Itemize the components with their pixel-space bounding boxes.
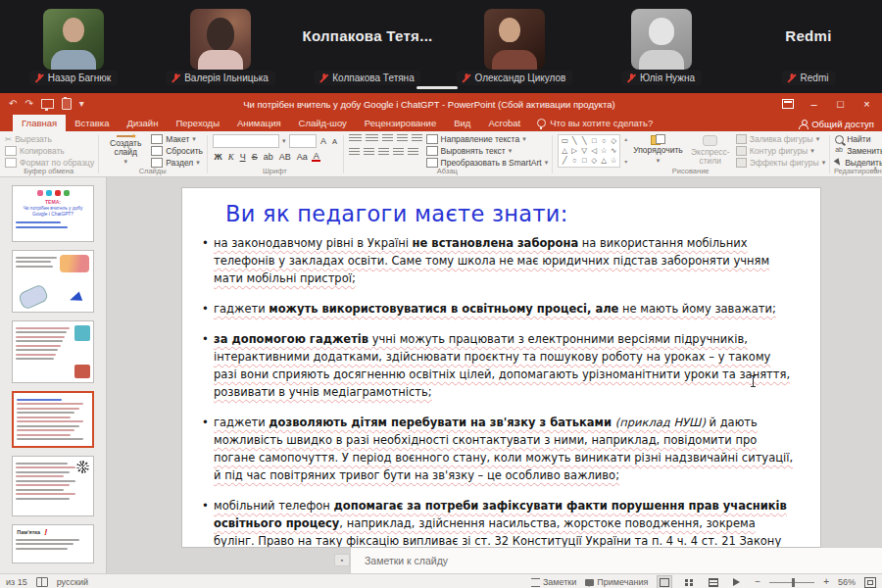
justify-button[interactable] xyxy=(393,148,404,157)
replace-button[interactable]: Заменить ▾ xyxy=(835,146,882,156)
tab-vstavka[interactable]: Вставка xyxy=(66,115,118,131)
bold-button[interactable]: Ж xyxy=(213,152,223,162)
shape-icon[interactable]: ○ xyxy=(599,136,609,146)
collapse-ribbon-icon[interactable]: ∧ xyxy=(872,165,878,173)
character-spacing-button[interactable]: АВ xyxy=(277,152,292,162)
start-slideshow-icon[interactable] xyxy=(41,99,54,109)
shape-icon[interactable]: ╲ xyxy=(569,136,579,146)
numbering-button[interactable] xyxy=(366,134,378,143)
fit-to-window-icon[interactable] xyxy=(864,577,876,588)
italic-button[interactable]: К xyxy=(226,152,235,162)
tab-slide-show[interactable]: Слайд-шоу xyxy=(290,115,356,131)
slide-title[interactable]: Ви як педагоги маєте знати: xyxy=(225,201,820,226)
share-button[interactable]: Общий доступ xyxy=(799,119,874,129)
participant-tile[interactable]: Олександр Цикулов xyxy=(441,0,588,93)
reset-button[interactable]: Сбросить xyxy=(151,146,203,156)
text-direction-button[interactable]: Направление текста ▾ xyxy=(426,134,549,144)
grow-font-button[interactable]: А xyxy=(319,136,328,146)
zoom-in-button[interactable]: + xyxy=(823,577,829,587)
shape-icon[interactable]: ╲ xyxy=(579,136,589,146)
slide-thumbnail-title[interactable]: ТЕМА:Чи потрібен вчитель у добу Google і… xyxy=(12,185,94,242)
shape-icon[interactable]: ▷ xyxy=(569,146,579,156)
shape-icon[interactable]: ☆ xyxy=(609,156,618,166)
align-right-button[interactable] xyxy=(378,148,389,157)
comments-toggle-button[interactable]: Примечания xyxy=(585,577,648,587)
shape-icon[interactable]: ☆ xyxy=(599,146,609,156)
tab-perekhody[interactable]: Переходы xyxy=(167,115,228,131)
tab-acrobat[interactable]: Acrobat xyxy=(479,115,529,131)
redo-icon[interactable]: ↷ xyxy=(24,99,32,109)
slide-thumbnail-illustration[interactable] xyxy=(12,250,94,313)
new-slide-button[interactable]: Создать слайд ▾ xyxy=(104,134,147,166)
layout-button[interactable]: Макет ▾ xyxy=(151,134,203,144)
minimize-button[interactable]: – xyxy=(801,93,827,115)
zoom-slider[interactable] xyxy=(769,582,814,583)
align-text-button[interactable]: Выровнять текст ▾ xyxy=(426,146,549,156)
shape-icon[interactable]: △ xyxy=(599,156,609,166)
slide-thumbnail-memo[interactable]: Пам'ятка! xyxy=(12,524,94,564)
font-color-button[interactable]: А xyxy=(312,152,320,162)
slideshow-view-button[interactable] xyxy=(730,575,746,588)
increase-indent-button[interactable] xyxy=(397,134,408,143)
bullets-button[interactable] xyxy=(349,134,362,143)
arrange-button[interactable]: Упорядочить ▾ xyxy=(631,134,685,166)
tab-retsenzirovanie[interactable]: Рецензирование xyxy=(356,115,445,131)
tab-vid[interactable]: Вид xyxy=(445,115,479,131)
slide[interactable]: Ви як педагоги маєте знати: на законодав… xyxy=(182,188,820,547)
font-name-combobox[interactable] xyxy=(213,134,279,148)
shape-icon[interactable]: ╱ xyxy=(560,156,569,166)
change-case-button[interactable]: Аа xyxy=(295,152,309,162)
close-button[interactable]: × xyxy=(854,93,880,115)
spellcheck-icon[interactable] xyxy=(36,577,48,587)
find-button[interactable]: Найти xyxy=(835,134,882,144)
language-indicator[interactable]: русский xyxy=(57,577,88,587)
shape-outline-button[interactable]: Контур фигуры ▾ xyxy=(736,146,825,156)
tab-animatsiya[interactable]: Анимация xyxy=(228,115,290,131)
cut-button[interactable]: ✂ Вырезать xyxy=(5,134,94,144)
quick-styles-button[interactable]: Экспресс-стили xyxy=(689,134,732,166)
line-spacing-button[interactable] xyxy=(412,134,422,143)
font-size-combobox[interactable] xyxy=(289,134,317,148)
shape-icon[interactable]: □ xyxy=(579,156,589,166)
strikethrough-button[interactable]: S xyxy=(250,152,259,162)
shape-icon[interactable]: ▽ xyxy=(579,146,589,156)
participant-tile[interactable]: Назар Багнюк xyxy=(0,0,147,93)
zoom-slider-thumb[interactable] xyxy=(792,578,795,587)
notes-field[interactable]: Заметки к слайду xyxy=(350,547,882,573)
slide-bullets[interactable]: на законодавчому рівні в Україні не вста… xyxy=(182,234,820,547)
clipboard-icon[interactable] xyxy=(62,98,72,110)
underline-button[interactable]: Ч xyxy=(238,152,247,162)
shape-icon[interactable]: ∿ xyxy=(609,146,618,156)
shape-icon[interactable]: □ xyxy=(589,136,599,146)
zoom-level[interactable]: 56% xyxy=(838,577,856,587)
shape-icon[interactable]: ▭ xyxy=(560,136,569,146)
shape-icon[interactable]: ◁ xyxy=(589,146,599,156)
shape-icon[interactable]: ○ xyxy=(569,156,579,166)
zoom-out-button[interactable]: − xyxy=(755,577,760,587)
slide-thumbnail-chatgpt[interactable] xyxy=(12,456,94,516)
shape-fill-button[interactable]: Заливка фигуры ▾ xyxy=(736,134,825,144)
tab-glavnaya[interactable]: Главная xyxy=(13,115,66,131)
slide-thumbnail-current[interactable] xyxy=(12,391,94,448)
slide-editing-area[interactable]: Ви як педагоги маєте знати: на законодав… xyxy=(107,177,882,547)
shape-gallery-scrollbar[interactable]: ▴ ▾ xyxy=(624,134,627,166)
restore-button[interactable]: □ xyxy=(827,93,854,115)
align-left-button[interactable] xyxy=(349,148,360,157)
slide-sorter-view-button[interactable] xyxy=(681,575,697,588)
align-center-button[interactable] xyxy=(364,148,374,157)
decrease-indent-button[interactable] xyxy=(382,134,393,143)
tell-me-box[interactable]: Что вы хотите сделать? xyxy=(529,118,661,131)
participant-tile[interactable]: RedmiRedmi xyxy=(735,0,882,93)
shape-icon[interactable]: ◇ xyxy=(609,136,618,146)
tab-dizayn[interactable]: Дизайн xyxy=(118,115,167,131)
shape-icon[interactable]: △ xyxy=(560,146,569,156)
notes-toggle-button[interactable]: Заметки xyxy=(531,577,576,587)
participant-tile[interactable]: Колпакова Тетя...Колпакова Тетяна xyxy=(294,0,441,93)
participant-tile[interactable]: Юлія Нужна xyxy=(588,0,735,93)
slide-thumbnail-textimg[interactable] xyxy=(12,320,94,383)
undo-icon[interactable]: ↶ xyxy=(9,99,17,109)
copy-button[interactable]: Копировать xyxy=(5,146,94,156)
shrink-font-button[interactable]: А xyxy=(331,137,339,146)
shape-icon[interactable]: ◇ xyxy=(589,156,599,166)
normal-view-button[interactable] xyxy=(657,575,672,588)
